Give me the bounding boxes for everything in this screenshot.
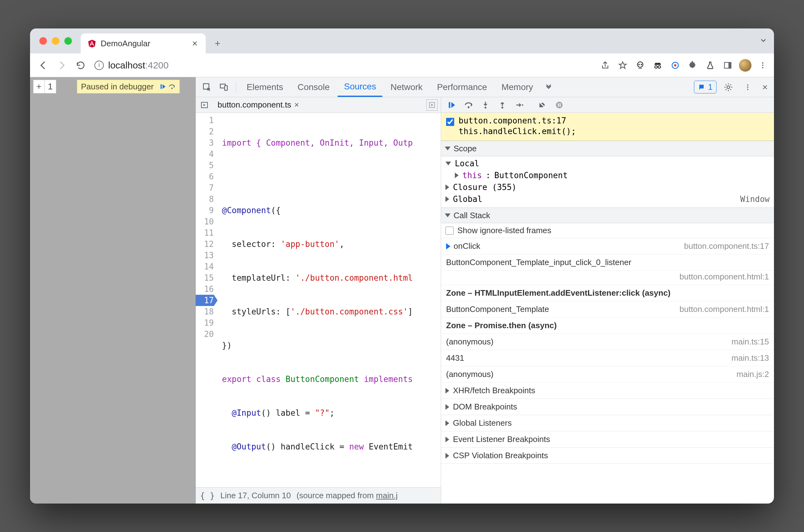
debugger-pane: button.component.ts:17 this.handleClick.… — [441, 97, 774, 504]
back-button[interactable] — [35, 57, 51, 73]
close-window-button[interactable] — [39, 37, 47, 45]
svg-rect-35 — [558, 103, 559, 107]
close-file-tab-icon[interactable]: × — [294, 100, 299, 110]
inspect-element-icon[interactable] — [199, 80, 214, 95]
pause-on-exceptions-button[interactable] — [552, 98, 567, 112]
overlay-step-icon[interactable] — [168, 83, 176, 90]
extensions-puzzle-icon[interactable] — [687, 59, 699, 72]
step-over-button[interactable] — [461, 98, 476, 112]
svg-point-6 — [658, 65, 661, 68]
chevron-right-icon — [445, 196, 449, 202]
reload-button[interactable] — [73, 57, 89, 73]
file-tab-button-component[interactable]: button.component.ts × — [214, 97, 302, 113]
bookmark-star-icon[interactable] — [616, 59, 629, 72]
site-info-icon[interactable]: i — [94, 61, 104, 70]
svg-point-32 — [501, 107, 503, 109]
chevron-right-icon — [445, 420, 449, 426]
svg-point-22 — [747, 87, 748, 88]
devtools-tabbar: Elements Console Sources Network Perform… — [196, 77, 774, 97]
extension-flask-icon[interactable] — [704, 59, 716, 72]
callstack-frame[interactable]: (anonymous)main.ts:15 — [441, 334, 774, 350]
svg-point-34 — [556, 101, 563, 108]
svg-rect-10 — [728, 62, 731, 68]
paused-label: Paused in debugger — [81, 82, 154, 92]
collapsed-section[interactable]: CSP Violation Breakpoints — [441, 448, 774, 464]
device-toolbar-icon[interactable] — [216, 80, 231, 95]
content-area: + 1 Paused in debugger — [30, 77, 774, 504]
maximize-window-button[interactable] — [64, 37, 72, 45]
svg-point-4 — [641, 64, 643, 65]
tabs-overflow-icon[interactable] — [541, 80, 556, 95]
scope-this[interactable]: this: ButtonComponent — [441, 169, 774, 181]
collapsed-section[interactable]: DOM Breakpoints — [441, 399, 774, 415]
browser-tab[interactable]: DemoAngular × — [81, 34, 206, 54]
settings-gear-icon[interactable] — [721, 80, 736, 95]
profile-avatar[interactable] — [739, 59, 751, 72]
chevron-right-icon — [445, 404, 449, 410]
code-editor[interactable]: 1234567891011121314151617181920 import {… — [196, 113, 441, 487]
new-tab-button[interactable] — [210, 36, 225, 51]
minimize-window-button[interactable] — [52, 37, 59, 45]
collapsed-section[interactable]: Global Listeners — [441, 415, 774, 431]
breakpoint-enabled-checkbox[interactable] — [446, 118, 454, 126]
callstack-frame[interactable]: 4431main.ts:13 — [441, 350, 774, 366]
collapsed-section[interactable]: Event Listener Breakpoints — [441, 431, 774, 448]
deactivate-breakpoints-button[interactable] — [535, 98, 550, 112]
share-icon[interactable] — [599, 59, 611, 72]
step-out-button[interactable] — [495, 98, 510, 112]
paused-overlay: Paused in debugger — [77, 80, 180, 93]
callstack-frame[interactable]: onClickbutton.component.ts:17 — [441, 238, 774, 254]
pretty-print-icon[interactable]: { } — [200, 491, 215, 500]
tab-sources[interactable]: Sources — [338, 77, 382, 97]
tab-console[interactable]: Console — [291, 77, 336, 97]
scope-global[interactable]: GlobalWindow — [441, 193, 774, 205]
tab-network[interactable]: Network — [384, 77, 429, 97]
navigator-toggle-icon[interactable] — [199, 99, 210, 111]
browser-menu-icon[interactable] — [757, 59, 769, 72]
callstack-section-header[interactable]: Call Stack — [441, 208, 774, 223]
source-map-link[interactable]: main.j — [376, 491, 398, 500]
address-bar[interactable]: i localhost:4200 — [91, 60, 596, 71]
code-body[interactable]: import { Component, OnInit, Input, Outp … — [218, 113, 441, 487]
callstack-frame[interactable]: ButtonComponent_Template_input_click_0_l… — [441, 254, 774, 271]
collapsed-section[interactable]: XHR/fetch Breakpoints — [441, 383, 774, 399]
issues-badge[interactable]: 1 — [694, 81, 716, 93]
scope-local[interactable]: Local — [441, 157, 774, 169]
side-panel-icon[interactable] — [722, 59, 734, 72]
overlay-resume-icon[interactable] — [159, 83, 166, 90]
devtools-close-button[interactable]: × — [760, 82, 770, 93]
tab-memory[interactable]: Memory — [495, 77, 539, 97]
chevron-right-icon — [445, 388, 449, 394]
callstack-frame[interactable]: ButtonComponent_Templatebutton.component… — [441, 301, 774, 318]
svg-point-30 — [468, 106, 470, 108]
sources-editor-pane: button.component.ts × 123456789101112131… — [196, 97, 441, 504]
run-snippet-icon[interactable] — [426, 99, 438, 111]
callstack-frame[interactable]: (anonymous)main.js:2 — [441, 366, 774, 383]
tab-performance[interactable]: Performance — [431, 77, 493, 97]
tab-elements[interactable]: Elements — [241, 77, 289, 97]
step-button[interactable] — [512, 98, 527, 112]
close-tab-button[interactable]: × — [191, 38, 199, 50]
svg-marker-1 — [92, 40, 96, 47]
plus-icon[interactable]: + — [34, 80, 45, 93]
scope-closure[interactable]: Closure (355) — [441, 181, 774, 193]
devtools-menu-icon[interactable] — [740, 80, 755, 95]
tab-overflow-button[interactable] — [759, 36, 768, 45]
file-tab-label: button.component.ts — [217, 100, 291, 110]
svg-rect-19 — [225, 86, 228, 90]
forward-button[interactable] — [54, 57, 70, 73]
resume-button[interactable] — [444, 98, 459, 112]
extension-target-icon[interactable] — [669, 59, 682, 72]
scope-section-header[interactable]: Scope — [441, 141, 774, 156]
debugger-toolbar — [441, 97, 774, 113]
window-controls — [36, 28, 78, 54]
show-ignore-listed-option[interactable]: Show ignore-listed frames — [441, 223, 774, 238]
svg-point-12 — [762, 64, 763, 65]
show-ignore-checkbox[interactable] — [445, 227, 454, 235]
step-into-button[interactable] — [478, 98, 493, 112]
source-status-bar: { } Line 17, Column 10 (source mapped fr… — [196, 487, 441, 504]
line-gutter[interactable]: 1234567891011121314151617181920 — [196, 113, 218, 487]
extension-incognito-icon[interactable] — [651, 59, 664, 72]
extension-skull-icon[interactable] — [634, 59, 647, 72]
page-debug-chip[interactable]: + 1 — [33, 80, 56, 93]
